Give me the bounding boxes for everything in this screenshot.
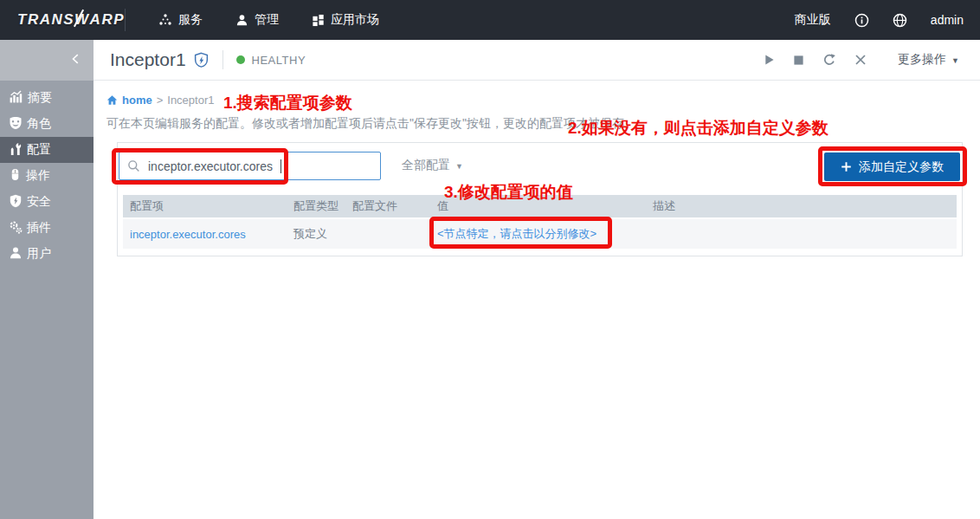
sidebar-item-users[interactable]: 用户 — [0, 241, 93, 267]
table-row: inceptor.executor.cores 预定义 <节点特定，请点击以分别… — [123, 218, 957, 249]
config-name-link[interactable]: inceptor.executor.cores — [123, 218, 287, 249]
tools-icon — [9, 142, 23, 159]
chart-icon — [9, 89, 23, 107]
annotation-step2-text: 2.如果没有，则点击添加自定义参数 — [568, 117, 828, 139]
config-filter-label: 全部配置 — [402, 158, 450, 173]
sidebar-item-label: 安全 — [27, 194, 51, 210]
col-header-type: 配置类型 — [287, 195, 345, 218]
close-service-icon[interactable] — [854, 54, 867, 66]
health-status-label: HEALTHY — [252, 54, 306, 67]
chevron-left-icon — [70, 53, 82, 68]
start-service-icon[interactable] — [764, 54, 775, 66]
home-icon — [106, 94, 118, 106]
title-divider — [222, 50, 223, 69]
nav-item-label: 应用市场 — [331, 12, 379, 28]
config-type-cell: 预定义 — [287, 218, 345, 249]
service-title-bar: Inceptor1 HEALTHY — [93, 40, 980, 81]
grid-icon — [312, 14, 325, 27]
nav-item-management[interactable]: 管理 — [235, 12, 279, 28]
sidebar-item-label: 角色 — [27, 116, 51, 132]
search-icon — [127, 159, 140, 172]
navbar-divider — [125, 9, 126, 31]
annotation-step3-text: 3.修改配置项的值 — [444, 181, 573, 204]
sidebar-item-plugins[interactable]: 插件 — [0, 215, 93, 241]
navbar-right: 商业版 admin — [795, 12, 980, 28]
sidebar-item-label: 操作 — [26, 168, 50, 184]
col-header-file: 配置文件 — [345, 195, 430, 218]
sidebar-collapse-button[interactable] — [0, 40, 93, 81]
top-navbar: TRANSWARP 服务 管理 应用市场 商业版 — [0, 0, 980, 40]
sidebar-item-summary[interactable]: 摘要 — [0, 85, 93, 111]
sidebar-item-operations[interactable]: 操作 — [0, 163, 93, 189]
search-input-value: inceptor.executor.cores — [148, 159, 273, 173]
edition-label[interactable]: 商业版 — [795, 12, 831, 28]
config-filter-dropdown[interactable]: 全部配置 ▼ — [402, 158, 463, 173]
nav-item-services[interactable]: 服务 — [158, 12, 203, 28]
mask-icon — [9, 116, 23, 133]
more-actions-dropdown[interactable]: 更多操作 ▼ — [898, 52, 959, 68]
page-title: Inceptor1 — [110, 49, 186, 70]
more-actions-label: 更多操作 — [898, 52, 946, 68]
service-shield-icon — [193, 52, 210, 68]
config-value-link[interactable]: <节点特定，请点击以分别修改> — [430, 218, 646, 249]
restart-service-icon[interactable] — [822, 53, 836, 67]
shield-icon — [9, 194, 23, 211]
sidebar-item-label: 插件 — [27, 220, 51, 236]
chevron-down-icon: ▼ — [951, 56, 959, 65]
annotation-step1-text: 1.搜索配置项参数 — [223, 92, 352, 114]
sidebar-menu: 摘要 角色 配置 操作 — [0, 81, 93, 267]
service-actions: 更多操作 ▼ — [764, 52, 980, 68]
logo-lightning-w: W — [74, 11, 90, 28]
transwarp-logo[interactable]: TRANSWARP — [0, 11, 123, 29]
info-icon[interactable] — [854, 13, 869, 28]
sidebar-item-roles[interactable]: 角色 — [0, 111, 93, 137]
config-desc-cell — [646, 218, 957, 249]
add-custom-param-button[interactable]: 添加自定义参数 — [824, 152, 960, 181]
sidebar-item-label: 配置 — [27, 142, 51, 158]
nav-item-label: 服务 — [178, 12, 203, 28]
text-cursor — [280, 159, 281, 173]
sidebar: 摘要 角色 配置 操作 — [0, 40, 93, 519]
nav-item-label: 管理 — [255, 12, 279, 28]
page-description: 可在本页编辑服务的配置。修改或者增加配置项后请点击"保存更改"按钮，更改的配置项… — [106, 116, 636, 132]
healthy-dot-icon — [236, 55, 245, 64]
globe-icon[interactable] — [893, 13, 907, 28]
col-header-desc: 描述 — [646, 195, 957, 218]
config-file-cell — [345, 218, 430, 249]
page: TRANSWARP 服务 管理 应用市场 商业版 — [0, 0, 980, 519]
breadcrumb: home > Inceptor1 — [106, 94, 214, 107]
gears-icon — [9, 220, 23, 237]
breadcrumb-home-link[interactable]: home — [122, 94, 152, 107]
plus-icon — [841, 161, 852, 172]
breadcrumb-separator: > — [157, 94, 164, 107]
sidebar-item-security[interactable]: 安全 — [0, 189, 93, 215]
sidebar-item-config[interactable]: 配置 — [0, 137, 93, 163]
user-icon — [235, 14, 248, 27]
sidebar-item-label: 摘要 — [28, 90, 52, 106]
user-icon — [9, 246, 23, 263]
chevron-down-icon: ▼ — [455, 162, 463, 171]
col-header-name: 配置项 — [123, 195, 287, 218]
health-status: HEALTHY — [236, 54, 306, 67]
stop-service-icon[interactable] — [793, 55, 804, 66]
mouse-icon — [9, 168, 22, 184]
add-custom-param-label: 添加自定义参数 — [859, 159, 944, 175]
username[interactable]: admin — [931, 13, 964, 27]
cluster-icon — [158, 13, 172, 27]
nav-item-app-market[interactable]: 应用市场 — [312, 12, 379, 28]
sidebar-item-label: 用户 — [27, 246, 51, 262]
search-input[interactable]: inceptor.executor.cores — [119, 152, 381, 180]
breadcrumb-current: Inceptor1 — [167, 94, 214, 107]
